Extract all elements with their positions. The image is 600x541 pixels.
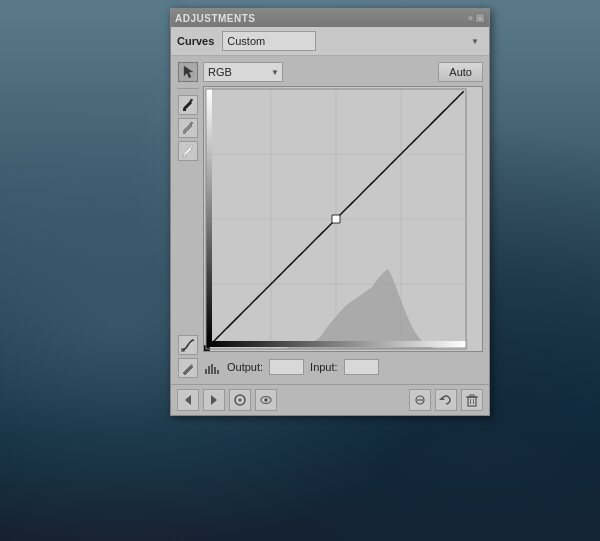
eyedropper-gray-button[interactable] [178,118,198,138]
trash-icon [465,393,479,407]
double-arrow-icon[interactable]: » [468,13,473,23]
clip-icon [413,393,427,407]
footer-left [177,389,277,411]
panel-body: RGB Red Green Blue ▼ Auto [171,56,489,384]
reset-button[interactable] [435,389,457,411]
levels-icon [204,359,220,375]
curve-mode-button[interactable] [178,335,198,355]
clip-button[interactable] [409,389,431,411]
preset-arrow-icon: ▼ [471,37,479,46]
tools-column [177,62,199,378]
channel-select[interactable]: RGB Red Green Blue [203,62,283,82]
preset-wrapper: Custom Default Strong Contrast Linear Co… [222,31,483,51]
history-button[interactable] [229,389,251,411]
curves-label: Curves [177,35,214,47]
eyedropper-white-icon [181,144,195,158]
visibility-button[interactable] [255,389,277,411]
delete-button[interactable] [461,389,483,411]
forward-button[interactable] [203,389,225,411]
curve-canvas-container[interactable] [203,86,483,352]
output-label: Output: [227,361,263,373]
eye-icon [259,393,273,407]
svg-marker-10 [211,395,217,405]
svg-point-14 [264,398,268,402]
output-input-bar: Output: Input: [203,356,483,378]
input-field[interactable] [344,359,379,375]
forward-icon [207,393,221,407]
eyedropper-white-button[interactable] [178,141,198,161]
input-label: Input: [310,361,338,373]
histogram-icon [203,358,221,376]
pencil-icon [181,361,195,375]
panel-footer [171,384,489,415]
curve-section: RGB Red Green Blue ▼ Auto [203,62,483,378]
preset-select[interactable]: Custom Default Strong Contrast Linear Co… [222,31,316,51]
pointer-icon [181,65,195,79]
back-icon [181,393,195,407]
close-button[interactable]: × [475,13,485,23]
svg-rect-2 [183,155,186,157]
svg-rect-8 [217,370,219,374]
curve-top-bar: RGB Red Green Blue ▼ Auto [203,62,483,82]
footer-right [409,389,483,411]
history-icon [233,393,247,407]
title-controls: » × [468,13,485,23]
smooth-curve-icon [181,338,195,352]
curve-canvas[interactable] [204,87,468,351]
svg-rect-4 [205,369,207,374]
tool-separator-1 [177,88,199,89]
eyedropper-gray-icon [181,121,195,135]
svg-rect-20 [470,395,474,397]
auto-button[interactable]: Auto [438,62,483,82]
svg-rect-7 [214,367,216,374]
adjustments-panel: ADJUSTMENTS » × Curves Custom Default St… [170,8,490,416]
svg-rect-6 [211,364,213,374]
pointer-tool-button[interactable] [178,62,198,82]
svg-marker-17 [439,397,445,400]
back-button[interactable] [177,389,199,411]
eyedropper-black-button[interactable] [178,95,198,115]
panel-title: ADJUSTMENTS [175,13,256,24]
title-left: ADJUSTMENTS [175,13,256,24]
eyedropper-black-icon [181,98,195,112]
panel-titlebar: ADJUSTMENTS » × [171,9,489,27]
pencil-tool-button[interactable] [178,358,198,378]
svg-rect-18 [468,397,476,406]
panel-header: Curves Custom Default Strong Contrast Li… [171,27,489,56]
svg-rect-0 [183,109,186,111]
svg-rect-1 [183,132,186,134]
reset-icon [439,393,453,407]
channel-wrapper: RGB Red Green Blue ▼ [203,62,283,82]
svg-rect-5 [208,366,210,374]
svg-point-12 [239,399,242,402]
output-input[interactable] [269,359,304,375]
svg-marker-9 [185,395,191,405]
